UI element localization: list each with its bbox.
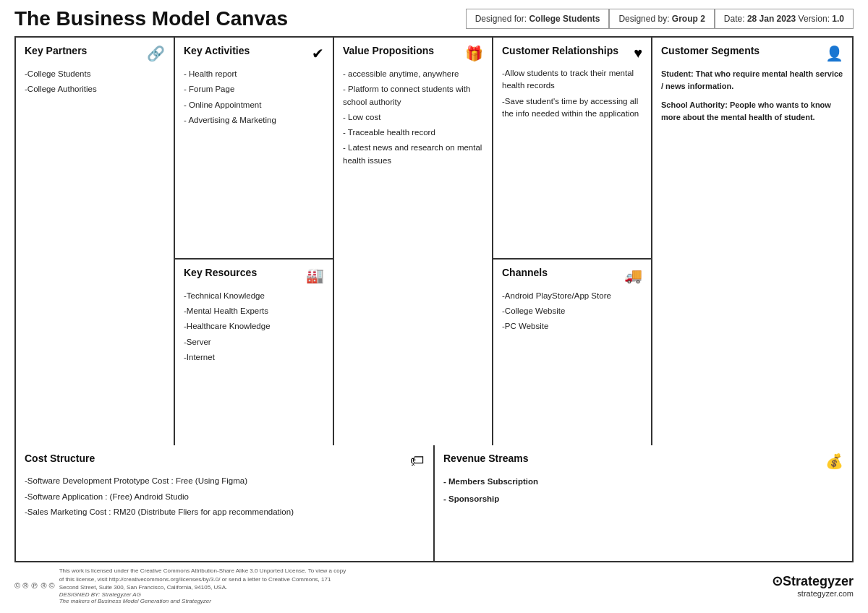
value-propositions-section: Value Propositions 🎁 - accessible anytim… xyxy=(334,38,493,445)
revenue-streams-section: Revenue Streams 💰 - Members Subscription… xyxy=(435,445,852,561)
cost-item-3: -Sales Marketing Cost : RM20 (Distribute… xyxy=(25,506,425,518)
key-resources-title: Key Resources xyxy=(184,267,257,278)
cost-item-2: -Software Application : (Free) Android S… xyxy=(25,491,425,503)
header-meta: Designed for: College Students Designed … xyxy=(466,9,854,29)
designed-by-footer: DESIGNED BY: Strategyzer AG xyxy=(59,591,349,598)
cost-structure-content: -Software Development Prototype Cost : F… xyxy=(25,475,425,518)
designed-for-box: Designed for: College Students xyxy=(466,9,610,29)
strategyzer-icon: ⊙ xyxy=(772,574,783,588)
customer-relationships-section: Customer Relationships ♥ -Allow students… xyxy=(493,38,651,260)
strategyzer-name: Strategyzer xyxy=(783,574,854,588)
key-activities-item-1: - Health report xyxy=(184,68,324,80)
customer-segments-header: Customer Segments 👤 xyxy=(661,45,843,62)
strategyzer-brand: ⊙Strategyzer xyxy=(772,573,854,589)
designed-for-value: College Students xyxy=(529,14,600,24)
key-resources-icon: 🏭 xyxy=(306,267,324,284)
cost-structure-header: Cost Structure 🏷 xyxy=(25,453,425,469)
key-activities-item-4: - Advertising & Marketing xyxy=(184,114,324,127)
value-propositions-title: Value Propositions xyxy=(343,45,434,56)
designed-by-box: Designed by: Group 2 xyxy=(609,9,714,29)
license-text: This work is licensed under the Creative… xyxy=(59,567,349,591)
key-partners-item-2: -College Authorities xyxy=(25,83,165,95)
key-resources-item-5: -Internet xyxy=(184,351,324,364)
customer-relationships-icon: ♥ xyxy=(634,45,642,61)
cost-item-1: -Software Development Prototype Cost : F… xyxy=(25,475,425,487)
customer-segments-content: Student: That who require mental health … xyxy=(661,68,843,123)
channels-item-2: -College Website xyxy=(502,305,642,317)
makers-footer: The makers of Business Model Generation … xyxy=(59,598,349,604)
designed-by-value: Group 2 xyxy=(672,14,705,24)
version-value: 1.0 xyxy=(832,14,844,24)
value-propositions-header: Value Propositions 🎁 xyxy=(343,45,483,62)
date-value: 28 Jan 2023 xyxy=(747,14,796,24)
business-model-canvas: Key Partners 🔗 -College Students -Colleg… xyxy=(14,36,854,562)
key-activities-header: Key Activities ✔ xyxy=(184,45,324,62)
channels-section: Channels 🚚 -Android PlayStore/App Store … xyxy=(493,260,651,445)
strategyzer-url: strategyzer.com xyxy=(772,589,854,598)
designed-for-label: Designed for: xyxy=(475,14,527,24)
key-partners-content: -College Students -College Authorities xyxy=(25,68,165,96)
key-resources-section: Key Resources 🏭 -Technical Knowledge -Me… xyxy=(175,260,333,445)
key-resources-content: -Technical Knowledge -Mental Health Expe… xyxy=(184,290,324,364)
channels-content: -Android PlayStore/App Store -College We… xyxy=(502,290,642,333)
key-activities-section: Key Activities ✔ - Health report - Forum… xyxy=(175,38,333,260)
revenue-item-2: - Sponsorship xyxy=(443,493,843,505)
version-label: Version: xyxy=(799,14,830,24)
vp-item-1: - accessible anytime, anywhere xyxy=(343,68,483,80)
designed-by-label: Designed by: xyxy=(618,14,669,24)
key-activities-item-3: - Online Appointment xyxy=(184,99,324,111)
key-resources-item-3: -Healthcare Knowledge xyxy=(184,320,324,333)
cr-item-1: -Allow students to track their mental he… xyxy=(502,67,642,93)
key-activities-item-2: - Forum Page xyxy=(184,83,324,95)
key-activities-title: Key Activities xyxy=(184,45,250,56)
vp-item-2: - Platform to connect students with scho… xyxy=(343,83,483,108)
cost-structure-section: Cost Structure 🏷 -Software Development P… xyxy=(16,445,435,561)
footer-left: © ® ℗ ® © This work is licensed under th… xyxy=(14,567,349,604)
cs-item-2: School Authority: People who wants to kn… xyxy=(661,99,843,123)
cost-structure-title: Cost Structure xyxy=(25,453,95,464)
page: The Business Model Canvas Designed for: … xyxy=(0,0,868,613)
customer-segments-title: Customer Segments xyxy=(661,45,760,56)
revenue-item-1: - Members Subscription xyxy=(443,476,843,488)
revenue-streams-header: Revenue Streams 💰 xyxy=(443,453,843,470)
customer-relationships-col: Customer Relationships ♥ -Allow students… xyxy=(493,38,652,445)
page-title: The Business Model Canvas xyxy=(14,7,288,30)
channels-header: Channels 🚚 xyxy=(502,267,642,284)
creative-commons-icons: © ® ℗ ® © xyxy=(14,581,55,591)
key-partners-header: Key Partners 🔗 xyxy=(25,45,165,62)
key-activities-content: - Health report - Forum Page - Online Ap… xyxy=(184,68,324,127)
header: The Business Model Canvas Designed for: … xyxy=(14,7,854,30)
channels-icon: 🚚 xyxy=(624,267,642,284)
channels-title: Channels xyxy=(502,267,548,278)
key-partners-section: Key Partners 🔗 -College Students -Colleg… xyxy=(16,38,175,445)
value-propositions-icon: 🎁 xyxy=(465,45,483,62)
vp-item-4: - Traceable health record xyxy=(343,127,483,139)
key-resources-item-2: -Mental Health Experts xyxy=(184,305,324,317)
cs-item-1: Student: That who require mental health … xyxy=(661,68,843,92)
vp-item-5: - Latest news and research on mental hea… xyxy=(343,142,483,167)
channels-item-1: -Android PlayStore/App Store xyxy=(502,290,642,302)
footer-text-block: This work is licensed under the Creative… xyxy=(59,567,349,604)
top-grid: Key Partners 🔗 -College Students -Colleg… xyxy=(16,38,852,445)
key-partners-title: Key Partners xyxy=(25,45,87,56)
key-partners-icon: 🔗 xyxy=(147,45,165,62)
bottom-row: Cost Structure 🏷 -Software Development P… xyxy=(16,445,852,561)
revenue-streams-content: - Members Subscription - Sponsorship xyxy=(443,476,843,505)
key-resources-item-1: -Technical Knowledge xyxy=(184,290,324,302)
cr-item-2: -Save student's time by accessing all th… xyxy=(502,95,642,121)
channels-item-3: -PC Website xyxy=(502,320,642,333)
activities-resources-col: Key Activities ✔ - Health report - Forum… xyxy=(175,38,334,445)
customer-relationships-header: Customer Relationships ♥ xyxy=(502,45,642,61)
customer-relationships-title: Customer Relationships xyxy=(502,45,618,56)
vp-item-3: - Low cost xyxy=(343,111,483,124)
revenue-streams-icon: 💰 xyxy=(825,453,843,470)
footer: © ® ℗ ® © This work is licensed under th… xyxy=(14,562,854,606)
date-box: Date: 28 Jan 2023 Version: 1.0 xyxy=(715,9,854,29)
customer-relationships-content: -Allow students to track their mental he… xyxy=(502,67,642,120)
customer-segments-section: Customer Segments 👤 Student: That who re… xyxy=(652,38,852,445)
revenue-streams-title: Revenue Streams xyxy=(443,453,529,464)
date-label: Date: xyxy=(724,14,745,24)
key-resources-header: Key Resources 🏭 xyxy=(184,267,324,284)
key-activities-icon: ✔ xyxy=(312,45,324,62)
value-propositions-content: - accessible anytime, anywhere - Platfor… xyxy=(343,68,483,167)
